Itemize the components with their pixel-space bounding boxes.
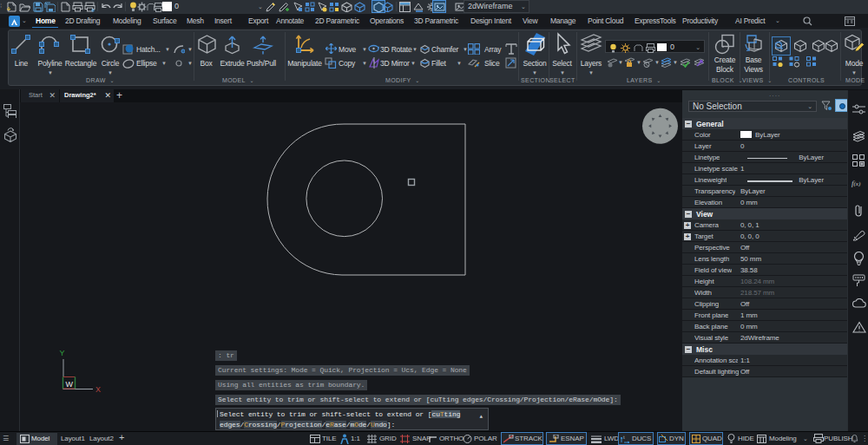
svg-text:W: W (66, 380, 74, 389)
svg-text:Y: Y (60, 349, 65, 357)
svg-text:t: t (623, 435, 625, 440)
svg-text:X: X (95, 385, 101, 394)
